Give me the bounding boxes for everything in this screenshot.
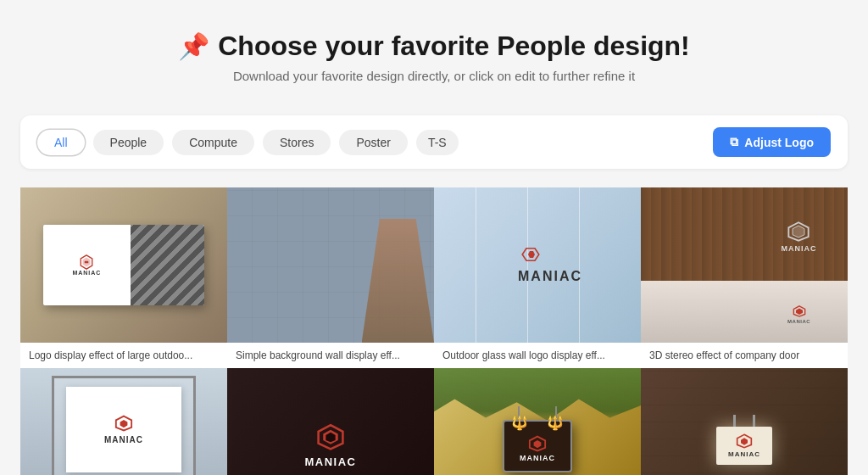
filter-compute[interactable]: Compute: [172, 130, 254, 155]
design-caption-4: 3D stereo effect of company door: [641, 343, 848, 368]
pin-icon: 📌: [178, 31, 209, 61]
design-card-7[interactable]: 🔱 🔱 MANIAC: [434, 368, 641, 475]
page-title: 📌 Choose your favorite People design!: [17, 31, 851, 62]
filter-all[interactable]: All: [37, 130, 85, 155]
design-image-3: MANIAC: [434, 187, 641, 343]
svg-marker-20: [741, 438, 748, 444]
filter-bar: All People Compute Stores Poster T-S ⧉ A…: [20, 115, 848, 169]
svg-marker-11: [796, 309, 803, 315]
design-image-5: MANIAC: [20, 368, 227, 475]
design-caption-1: Logo display effect of large outdoo...: [20, 343, 227, 368]
design-card-1[interactable]: MANIAC Logo display effect of large outd…: [20, 187, 227, 368]
svg-marker-13: [120, 420, 128, 428]
design-image-6: MANIAC: [227, 368, 434, 475]
design-card-4[interactable]: MANIAC MANIAC 3D stereo effect of compan…: [641, 187, 848, 368]
filter-poster[interactable]: Poster: [339, 130, 407, 155]
svg-rect-2: [85, 261, 89, 264]
svg-marker-7: [528, 251, 535, 258]
design-caption-2: Simple background wall display eff...: [227, 343, 434, 368]
svg-marker-9: [793, 226, 804, 238]
design-image-7: 🔱 🔱 MANIAC: [434, 368, 641, 475]
design-image-8: MANIAC: [641, 368, 848, 475]
design-card-8[interactable]: MANIAC: [641, 368, 848, 475]
design-card-2[interactable]: MANIAC LET'S GO TRAVEL Simple background…: [227, 187, 434, 368]
page-header: 📌 Choose your favorite People design! Do…: [0, 0, 868, 100]
filter-stores[interactable]: Stores: [263, 130, 331, 155]
design-card-5[interactable]: MANIAC: [20, 368, 227, 475]
filter-people[interactable]: People: [93, 130, 164, 155]
design-caption-3: Outdoor glass wall logo display eff...: [434, 343, 641, 368]
design-image-4: MANIAC MANIAC: [641, 187, 848, 343]
adjust-logo-button[interactable]: ⧉ Adjust Logo: [713, 127, 831, 157]
design-card-3[interactable]: MANIAC Outdoor glass wall logo display e…: [434, 187, 641, 368]
adjust-logo-label: Adjust Logo: [744, 136, 814, 149]
page-subtitle: Download your favorite design directly, …: [17, 69, 851, 83]
design-image-1: MANIAC: [20, 187, 227, 343]
adjust-icon: ⧉: [730, 135, 738, 149]
page-wrapper: 📌 Choose your favorite People design! Do…: [0, 0, 868, 475]
svg-marker-18: [534, 439, 542, 447]
design-card-6[interactable]: MANIAC: [227, 368, 434, 475]
design-image-2: MANIAC LET'S GO TRAVEL: [227, 187, 434, 343]
design-grid: MANIAC Logo display effect of large outd…: [20, 187, 848, 475]
filter-more[interactable]: T-S: [416, 130, 459, 155]
